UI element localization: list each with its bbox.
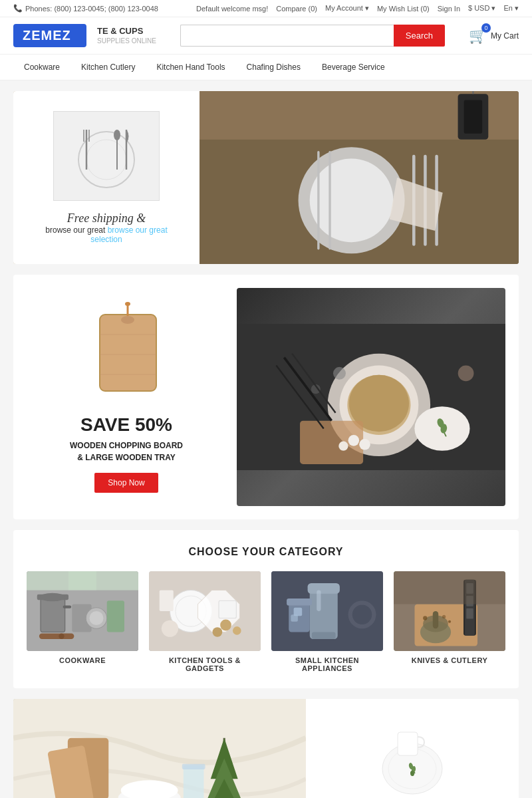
svg-point-26 xyxy=(121,316,134,324)
promo-right-image xyxy=(237,288,505,506)
appliances-label: SMALL KITCHEN APPLIANCES xyxy=(271,656,383,672)
search-input[interactable] xyxy=(180,25,394,47)
svg-point-72 xyxy=(213,627,223,637)
svg-rect-58 xyxy=(107,600,124,632)
language-selector[interactable]: En ▾ xyxy=(503,4,519,13)
search-button[interactable]: Search xyxy=(394,25,445,47)
hero-product-visual xyxy=(66,116,146,196)
hero-product-image xyxy=(53,111,160,201)
cart-icon-wrap: 🛒 0 xyxy=(469,27,487,45)
nav-kitchen-cutlery[interactable]: Kitchen Cutlery xyxy=(70,55,146,80)
my-account-link[interactable]: My Account ▾ xyxy=(325,4,369,13)
svg-point-96 xyxy=(442,615,446,618)
nav-kitchen-hand-tools[interactable]: Kitchen Hand Tools xyxy=(146,55,235,80)
svg-rect-16 xyxy=(317,151,319,250)
svg-point-11 xyxy=(310,158,394,242)
hero-subtext: browse our great browse our great select… xyxy=(33,225,180,244)
cookware-visual xyxy=(27,571,138,651)
svg-point-28 xyxy=(125,302,130,306)
nav-chafing-dishes[interactable]: Chafing Dishes xyxy=(236,55,311,80)
currency-selector[interactable]: $ USD ▾ xyxy=(468,4,495,13)
categories-grid: COOKWARE KITCH xyxy=(27,571,505,672)
knives-image xyxy=(394,571,505,651)
shop-now-button-1[interactable]: Shop Now xyxy=(94,473,158,493)
compare-link[interactable]: Compare (0) xyxy=(276,5,317,13)
hero-headline: Free shipping & xyxy=(33,211,180,225)
cookware-label: COOKWARE xyxy=(59,656,106,664)
svg-point-43 xyxy=(348,435,360,446)
svg-rect-119 xyxy=(398,732,418,755)
cart-badge: 0 xyxy=(481,23,491,33)
category-item-appliances[interactable]: SMALL KITCHEN APPLIANCES xyxy=(271,571,383,672)
svg-point-68 xyxy=(162,620,178,637)
promo2-image-area xyxy=(13,699,306,798)
svg-rect-105 xyxy=(184,765,204,798)
svg-point-60 xyxy=(59,634,64,639)
cart-label: My Cart xyxy=(491,31,519,41)
svg-point-45 xyxy=(338,442,348,451)
svg-point-94 xyxy=(423,616,427,620)
promo-desc: WOODEN CHOPPING BOARD & LARGE WOODEN TRA… xyxy=(70,440,183,464)
svg-rect-90 xyxy=(466,608,473,619)
categories-title: CHOOSE YOUR CATEGORY xyxy=(27,546,505,558)
wishlist-link[interactable]: My Wish List (0) xyxy=(377,5,430,13)
porcelain-product-visual xyxy=(379,719,446,798)
chopping-board-visual xyxy=(86,301,166,401)
svg-rect-76 xyxy=(312,632,336,640)
welcome-msg: Default welcome msg! xyxy=(196,5,268,13)
svg-rect-21 xyxy=(100,315,156,391)
promo-section-2: SAVE 50% PORCELAIN MUG & OVAL PORCELAIN … xyxy=(13,699,519,798)
cart-area[interactable]: 🛒 0 My Cart xyxy=(469,27,519,45)
tools-label: KITCHEN TOOLS & GADGETS xyxy=(149,656,261,672)
promo-food-visual xyxy=(237,288,505,506)
knives-visual xyxy=(394,571,505,651)
signin-link[interactable]: Sign In xyxy=(438,5,460,13)
appliances-visual xyxy=(271,571,383,651)
svg-rect-51 xyxy=(41,597,65,632)
svg-rect-15 xyxy=(329,151,331,250)
porcelain-scene-visual xyxy=(13,699,306,798)
svg-point-44 xyxy=(359,439,370,450)
promo-section-1: SAVE 50% WOODEN CHOPPING BOARD & LARGE W… xyxy=(13,275,519,519)
svg-rect-59 xyxy=(39,634,74,639)
nav-cookware[interactable]: Cookware xyxy=(13,55,70,80)
search-bar: Search xyxy=(180,25,445,47)
main-nav: Cookware Kitchen Cutlery Kitchen Hand To… xyxy=(0,55,532,80)
site-name: TE & CUPS SUPPLIES ONLINE xyxy=(97,26,156,46)
logo[interactable]: ZEMEZ xyxy=(13,24,86,47)
svg-point-95 xyxy=(448,620,451,623)
hero-link[interactable]: browse our great selection xyxy=(90,225,167,244)
categories-section: CHOOSE YOUR CATEGORY xyxy=(13,530,519,688)
promo-product-image xyxy=(83,301,170,401)
hero-text-area: Free shipping & browse our great browse … xyxy=(33,211,180,244)
promo2-photo xyxy=(13,699,306,798)
svg-rect-78 xyxy=(287,598,312,606)
category-item-knives[interactable]: KNIVES & CUTLERY xyxy=(394,571,505,672)
svg-rect-19 xyxy=(464,100,482,133)
category-item-cookware[interactable]: COOKWARE xyxy=(27,571,138,672)
header: ZEMEZ TE & CUPS SUPPLIES ONLINE Search 🛒… xyxy=(0,17,532,55)
promo-left: SAVE 50% WOODEN CHOPPING BOARD & LARGE W… xyxy=(27,288,226,506)
svg-rect-79 xyxy=(317,591,321,612)
svg-point-57 xyxy=(90,611,104,625)
knives-label: KNIVES & CUTLERY xyxy=(412,656,488,664)
cookware-image xyxy=(27,571,138,651)
svg-point-7 xyxy=(114,130,120,140)
svg-point-71 xyxy=(233,626,241,635)
category-item-tools[interactable]: KITCHEN TOOLS & GADGETS xyxy=(149,571,261,672)
phone-numbers: Phones: (800) 123-0045; (800) 123-0048 xyxy=(25,5,158,13)
top-bar-left: 📞 Phones: (800) 123-0045; (800) 123-0048 xyxy=(13,4,158,13)
promo2-product-image xyxy=(379,719,446,798)
nav-beverage-service[interactable]: Beverage Service xyxy=(311,55,396,80)
tools-image xyxy=(149,571,261,651)
hero-product-area: Free shipping & browse our great browse … xyxy=(13,91,200,264)
tools-visual xyxy=(149,571,261,651)
svg-rect-93 xyxy=(433,611,438,628)
cutlery-illustration xyxy=(66,116,146,196)
svg-point-42 xyxy=(458,365,474,381)
hero-banner: Free shipping & browse our great browse … xyxy=(13,91,519,264)
svg-point-40 xyxy=(333,367,346,380)
hero-image-area xyxy=(200,91,519,264)
svg-point-81 xyxy=(352,605,372,624)
hero-background-visual xyxy=(200,91,519,264)
